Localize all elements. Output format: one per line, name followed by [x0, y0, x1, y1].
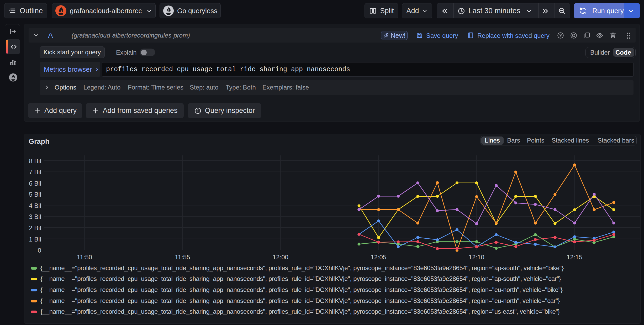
- svg-text:0: 0: [38, 247, 41, 254]
- svg-text:12:15: 12:15: [567, 254, 582, 261]
- svg-text:5 Bil: 5 Bil: [29, 191, 41, 198]
- svg-text:11:55: 11:55: [175, 254, 190, 261]
- svg-text:12:05: 12:05: [371, 254, 386, 261]
- svg-text:2 Bil: 2 Bil: [29, 224, 41, 232]
- svg-text:8 Bil: 8 Bil: [29, 158, 41, 165]
- svg-text:6 Bil: 6 Bil: [29, 180, 41, 187]
- svg-text:11:50: 11:50: [77, 254, 92, 261]
- svg-text:7 Bil: 7 Bil: [29, 169, 41, 176]
- svg-text:3 Bil: 3 Bil: [29, 213, 41, 220]
- svg-text:12:00: 12:00: [273, 254, 288, 261]
- svg-text:12:10: 12:10: [469, 254, 484, 261]
- svg-text:1 Bil: 1 Bil: [29, 236, 41, 243]
- svg-text:4 Bil: 4 Bil: [29, 202, 41, 209]
